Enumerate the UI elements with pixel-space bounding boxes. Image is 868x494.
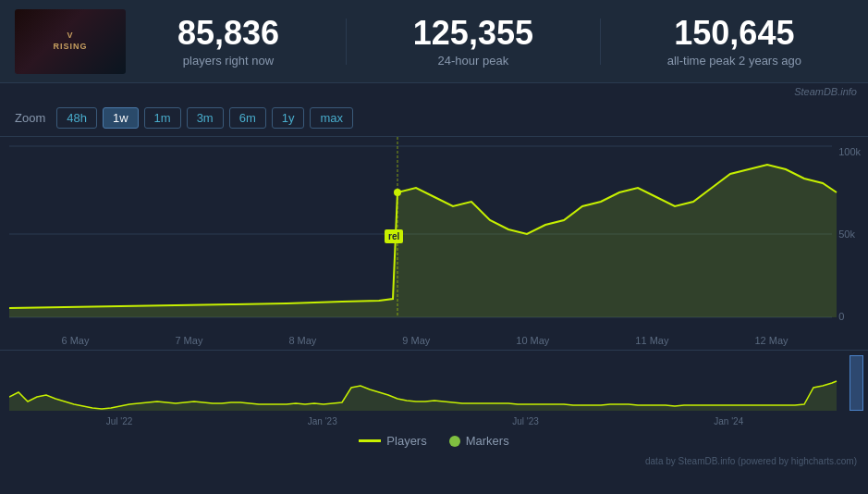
main-chart: 100k 50k 0 rel — [0, 137, 868, 331]
zoom-3m[interactable]: 3m — [187, 107, 224, 129]
zoom-1w[interactable]: 1w — [103, 107, 139, 129]
legend-markers-icon — [449, 436, 460, 447]
stat-divider-2 — [600, 19, 601, 65]
legend-markers: Markers — [449, 434, 509, 448]
header: VRISING 85,836 players right now 125,355… — [0, 0, 868, 83]
x-label-6may: 6 May — [61, 335, 89, 346]
mini-chart-svg — [9, 351, 850, 414]
stat-alltime: 150,645 all-time peak 2 years ago — [667, 15, 801, 68]
rel-marker: rel — [385, 229, 403, 243]
peak24h-label: 24-hour peak — [413, 54, 533, 68]
x-label-8may: 8 May — [288, 335, 316, 346]
legend-players: Players — [359, 434, 426, 448]
stats-container: 85,836 players right now 125,355 24-hour… — [126, 15, 853, 68]
mini-x-axis: Jul '22 Jan '23 Jul '23 Jan '24 — [0, 414, 868, 428]
x-label-7may: 7 May — [175, 335, 202, 346]
mini-x-jan24: Jan '24 — [714, 416, 743, 426]
svg-marker-3 — [9, 165, 837, 317]
game-logo: VRISING — [53, 31, 87, 52]
zoom-bar: Zoom 48h 1w 1m 3m 6m 1y max — [0, 100, 868, 136]
zoom-48h[interactable]: 48h — [56, 107, 97, 129]
legend-markers-label: Markers — [466, 434, 509, 448]
stat-divider-1 — [346, 19, 347, 65]
x-axis: 6 May 7 May 8 May 9 May 10 May 11 May 12… — [0, 331, 868, 350]
zoom-6m[interactable]: 6m — [229, 107, 266, 129]
x-label-12may: 12 May — [754, 335, 788, 346]
mini-x-jan23: Jan '23 — [308, 416, 337, 426]
x-label-9may: 9 May — [402, 335, 430, 346]
alltime-label: all-time peak 2 years ago — [667, 54, 801, 68]
svg-point-5 — [394, 189, 401, 196]
stat-current: 85,836 players right now — [177, 15, 279, 68]
mini-chart-selection[interactable] — [850, 355, 863, 411]
stat-peak24h: 125,355 24-hour peak — [413, 15, 533, 68]
x-label-10may: 10 May — [516, 335, 549, 346]
zoom-1y[interactable]: 1y — [272, 107, 305, 129]
mini-x-jul22: Jul '22 — [106, 416, 133, 426]
legend-players-label: Players — [386, 434, 426, 448]
zoom-label: Zoom — [15, 111, 45, 125]
main-chart-svg — [9, 137, 850, 331]
x-label-11may: 11 May — [635, 335, 668, 346]
zoom-1m[interactable]: 1m — [144, 107, 181, 129]
mini-x-jul23: Jul '23 — [512, 416, 539, 426]
game-thumbnail: VRISING — [15, 9, 126, 74]
peak24h-value: 125,355 — [413, 15, 533, 52]
steamdb-attribution: SteamDB.info — [0, 83, 868, 100]
alltime-value: 150,645 — [667, 15, 801, 52]
svg-marker-6 — [9, 381, 837, 411]
legend: Players Markers — [0, 428, 868, 453]
zoom-max[interactable]: max — [310, 107, 353, 129]
current-players-value: 85,836 — [177, 15, 279, 52]
legend-players-icon — [359, 439, 381, 442]
footer-attribution: data by SteamDB.info (powered by highcha… — [0, 453, 868, 469]
mini-chart — [0, 350, 868, 414]
current-players-label: players right now — [177, 54, 279, 68]
